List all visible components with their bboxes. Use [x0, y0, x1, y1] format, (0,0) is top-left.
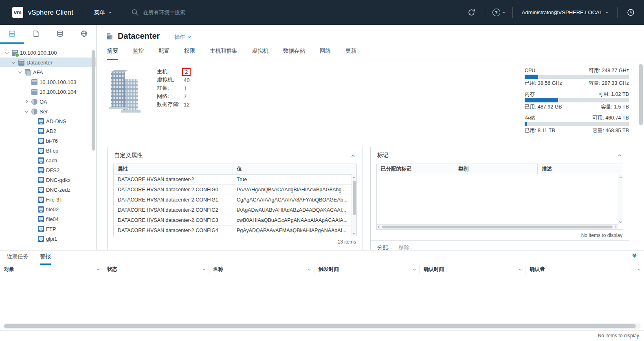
expander-icon[interactable] — [30, 197, 36, 202]
scroll-left-icon[interactable] — [378, 226, 381, 228]
alarms-horizontal-scrollbar[interactable] — [3, 323, 641, 329]
tree-item[interactable]: Ser — [0, 106, 96, 116]
collapse-panel-icon[interactable] — [633, 254, 636, 257]
object-tab[interactable]: 数据存储 — [283, 47, 305, 60]
tree-item[interactable]: file02 — [0, 204, 96, 214]
alarms-column-header[interactable]: 确认者 — [525, 265, 644, 274]
column-filter-icon[interactable] — [308, 268, 311, 270]
column-filter-icon[interactable] — [413, 268, 416, 270]
tree-item[interactable]: 10.100.100.100 — [0, 48, 96, 58]
expander-icon[interactable] — [17, 69, 23, 75]
refresh-button[interactable] — [458, 0, 485, 25]
object-tab[interactable]: 网络 — [320, 47, 331, 60]
column-filter-icon[interactable] — [638, 268, 641, 270]
attribute-row[interactable]: DATACORE.HVSAN.datacenter-2.CONFIG3cwB0A… — [114, 215, 356, 226]
tags-horizontal-scrollbar[interactable] — [377, 224, 618, 229]
attribute-row[interactable]: DATACORE.HVSAN.datacenter-2.CONFIG0PAA/A… — [114, 185, 356, 195]
object-tab[interactable]: 主机和群集 — [210, 47, 237, 60]
tree-item[interactable]: DNC-gdkx — [0, 175, 96, 185]
expander-icon[interactable] — [24, 79, 29, 85]
expander-icon[interactable] — [30, 187, 36, 193]
attribute-row[interactable]: DATACORE.HVSAN.datacenter-2.CONFIG1CgAgA… — [114, 195, 356, 205]
expander-icon[interactable] — [30, 216, 36, 222]
expander-icon[interactable] — [30, 226, 36, 232]
tree-item[interactable]: BI-cp — [0, 146, 96, 155]
main-scrollbar-thumb[interactable] — [639, 64, 643, 125]
search-input[interactable] — [143, 9, 241, 16]
expander-icon[interactable] — [30, 128, 36, 134]
scroll-up-icon[interactable] — [619, 177, 622, 179]
expander-icon[interactable] — [24, 108, 29, 114]
tree-item[interactable]: cacti — [0, 155, 96, 165]
tree-item[interactable]: DFS2 — [0, 165, 96, 175]
column-filter-icon[interactable] — [202, 268, 205, 270]
tree-item[interactable]: File-3T — [0, 195, 96, 204]
tree-item[interactable]: file04 — [0, 214, 96, 224]
collapse-card-icon[interactable] — [617, 151, 622, 159]
expander-icon[interactable] — [30, 148, 36, 153]
attributes-column-header[interactable]: 属性 — [114, 164, 233, 175]
tab-hosts-and-clusters[interactable] — [0, 25, 24, 44]
scroll-right-icon[interactable] — [614, 226, 617, 228]
scroll-down-icon[interactable] — [353, 231, 356, 234]
tags-vertical-scrollbar[interactable] — [618, 174, 623, 224]
menu-button[interactable]: 菜单 — [84, 0, 121, 25]
bottom-panel-tab[interactable]: 警报 — [40, 253, 51, 265]
column-filter-icon[interactable] — [97, 268, 99, 270]
expander-icon[interactable] — [4, 50, 10, 55]
attributes-scrollbar[interactable] — [352, 174, 356, 236]
scrollbar-thumb[interactable] — [353, 181, 356, 215]
attributes-column-header[interactable]: 值 — [233, 164, 356, 175]
object-tab[interactable]: 配置 — [158, 47, 169, 60]
attribute-row[interactable]: DATACORE.HVSAN.datacenter-2True — [114, 175, 356, 185]
object-tab[interactable]: 更新 — [345, 47, 356, 60]
tree-item[interactable]: FTP — [0, 224, 96, 234]
attribute-row[interactable]: DATACORE.HVSAN.datacenter-2.CONFIG4PgAyA… — [114, 226, 356, 236]
expander-icon[interactable] — [24, 89, 29, 95]
tags-column-header[interactable]: 已分配的标记 — [377, 164, 454, 174]
object-tab[interactable]: 虚拟机 — [252, 47, 269, 60]
alarms-column-header[interactable]: 触发时间 — [314, 265, 420, 274]
tab-vms-and-templates[interactable] — [24, 25, 48, 44]
clock-button[interactable] — [618, 0, 644, 25]
sidebar-scrollbar-thumb[interactable] — [92, 50, 95, 151]
tab-storage[interactable] — [48, 25, 72, 44]
object-tab[interactable]: 权限 — [184, 47, 195, 60]
alarms-column-header[interactable]: 对象 — [0, 265, 103, 274]
alarms-column-header[interactable]: 状态 — [103, 265, 209, 274]
tree-item[interactable]: OA — [0, 97, 96, 106]
help-menu[interactable]: ? — [485, 0, 512, 25]
scroll-up-icon[interactable] — [353, 177, 356, 179]
expander-icon[interactable] — [30, 157, 36, 163]
attribute-row[interactable]: DATACORE.HVSAN.datacenter-2.CONFIG2IAAgA… — [114, 205, 356, 215]
global-search[interactable] — [131, 9, 241, 16]
bottom-panel-tab[interactable]: 近期任务 — [7, 253, 29, 265]
tree-item[interactable]: 10.100.100.104 — [0, 87, 96, 97]
scrollbar-thumb[interactable] — [382, 226, 613, 228]
tree-item[interactable]: glpi1 — [0, 234, 96, 244]
collapse-card-icon[interactable] — [350, 151, 356, 159]
expander-icon[interactable] — [24, 99, 29, 104]
tree-item[interactable]: bi-76 — [0, 136, 96, 146]
expander-icon[interactable] — [30, 167, 36, 173]
expander-icon[interactable] — [30, 177, 36, 183]
tree-item[interactable]: Datacenter — [0, 58, 96, 67]
expander-icon[interactable] — [30, 138, 36, 144]
remove-tag-link[interactable]: 移除... — [399, 244, 414, 250]
tags-column-header[interactable]: 类别 — [454, 164, 538, 174]
tags-column-header[interactable]: 描述 — [538, 164, 623, 174]
scroll-down-icon[interactable] — [619, 220, 622, 223]
expander-icon[interactable] — [30, 206, 36, 212]
tree-item[interactable]: DNC-zedz — [0, 185, 96, 195]
expander-icon[interactable] — [30, 118, 36, 124]
actions-menu-button[interactable]: 操作 — [174, 33, 190, 41]
tree-item[interactable]: AFA — [0, 67, 96, 77]
tree-item[interactable]: AD2 — [0, 126, 96, 136]
tree-item[interactable]: AD-DNS — [0, 116, 96, 126]
scrollbar-thumb[interactable] — [4, 324, 636, 328]
alarms-column-header[interactable]: 名称 — [209, 265, 314, 274]
user-menu[interactable]: Administrator@VSPHERE.LOCAL — [513, 0, 617, 25]
object-tab[interactable]: 摘要 — [107, 47, 118, 60]
object-tab[interactable]: 监控 — [133, 47, 144, 60]
tree-item[interactable]: 10.100.100.103 — [0, 77, 96, 87]
